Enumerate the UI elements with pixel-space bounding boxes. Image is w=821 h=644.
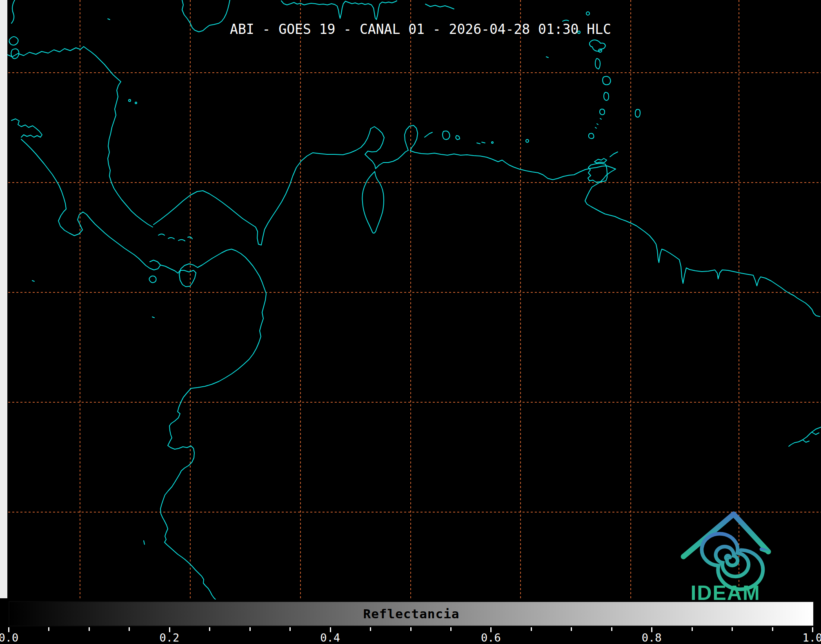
coastline-aruba bbox=[425, 132, 432, 137]
colorbar-tick-label: 0.4 bbox=[320, 631, 340, 644]
coastline-gorgona-island bbox=[152, 317, 154, 318]
coastline-barbados bbox=[635, 109, 640, 117]
coastline-guadeloupe bbox=[590, 40, 605, 52]
coastline-panama-caribbean-coast bbox=[154, 129, 371, 245]
coastline-paria-orinoco-delta bbox=[585, 169, 641, 229]
coastline-margarita-island bbox=[594, 158, 607, 163]
coastline-tobago bbox=[610, 152, 618, 157]
colorbar-minor-tick bbox=[692, 627, 693, 631]
coastline-corn-islands bbox=[129, 100, 137, 104]
coastline-dominica bbox=[595, 58, 600, 69]
satellite-image-viewport: ABI - GOES 19 - CANAL 01 - 2026-04-28 01… bbox=[0, 0, 821, 644]
colorbar-minor-tick bbox=[249, 627, 251, 631]
coastline-honduras-nicaragua-coast bbox=[0, 47, 153, 227]
map-area: ABI - GOES 19 - CANAL 01 - 2026-04-28 01… bbox=[0, 0, 821, 599]
colorbar-minor-tick bbox=[209, 627, 210, 631]
colorbar-minor-tick bbox=[48, 627, 49, 631]
colorbar-minor-tick bbox=[772, 627, 773, 631]
colorbar-minor-tick bbox=[129, 627, 130, 631]
coastline-curacao bbox=[443, 131, 450, 140]
coastline-malpelo-island bbox=[32, 281, 34, 281]
coastline-jamaica bbox=[182, 0, 230, 32]
coastline-st-vincent-grenadines bbox=[595, 109, 605, 128]
colorbar-minor-tick bbox=[531, 627, 532, 631]
coastline-belize-fragment bbox=[11, 0, 15, 23]
colorbar-minor-tick bbox=[732, 627, 733, 631]
coastline-venezuela-coast bbox=[410, 151, 616, 180]
coastline-martinique bbox=[603, 76, 611, 85]
ideam-logo: IDEAM bbox=[678, 508, 772, 602]
reflectance-colorbar: Reflectancia bbox=[9, 601, 814, 626]
coastline-la-plata-islet bbox=[144, 541, 145, 544]
coastline-swan-island bbox=[108, 19, 110, 20]
ideam-logo-text: IDEAM bbox=[690, 582, 760, 602]
colorbar-minor-tick bbox=[89, 627, 90, 631]
colorbar-minor-tick bbox=[289, 627, 291, 631]
coastline-guyana-coast bbox=[641, 229, 820, 316]
ideam-spiral-icon bbox=[702, 534, 763, 589]
scan-edge-stripe bbox=[0, 0, 7, 598]
coastline-gulf-of-venezuela bbox=[365, 150, 408, 169]
coastline-puerto-rico-fragment bbox=[425, 4, 454, 9]
coastline-colombia-ecuador-pacific-coast bbox=[160, 288, 266, 599]
coastline-st-lucia bbox=[604, 92, 609, 100]
coastline-guajira-peninsula bbox=[365, 127, 384, 154]
colorbar-minor-tick bbox=[611, 627, 612, 631]
colorbar-tick-label: 0.0 bbox=[0, 631, 18, 644]
colorbar-minor-tick bbox=[571, 627, 572, 631]
coastline-bonaire bbox=[456, 136, 460, 140]
colorbar-tick-label: 1.0 bbox=[803, 631, 821, 644]
coastline-amazon-coast-fragment bbox=[789, 427, 821, 446]
colorbar-tick-label: 0.2 bbox=[159, 631, 179, 644]
coastline-paraguana-peninsula bbox=[405, 125, 418, 151]
coastline-bocas-islets bbox=[158, 234, 192, 241]
colorbar-tick-label: 0.8 bbox=[642, 631, 662, 644]
colorbar-minor-tick bbox=[450, 627, 452, 631]
coastline-gulf-of-fonseca bbox=[11, 119, 42, 137]
coastline-coiba-island bbox=[149, 276, 156, 283]
coastline-hispaniola-south-coast bbox=[281, 1, 397, 20]
colorbar-minor-tick bbox=[370, 627, 371, 631]
colorbar-tick-label: 0.6 bbox=[481, 631, 501, 644]
coastline-lake-maracaibo bbox=[362, 172, 384, 233]
map-title: ABI - GOES 19 - CANAL 01 - 2026-04-28 01… bbox=[230, 21, 611, 37]
coastline-grenada bbox=[589, 134, 594, 139]
coastline-pacific-coast-central-america bbox=[21, 139, 264, 288]
colorbar-minor-tick bbox=[410, 627, 412, 631]
colorbar-label: Reflectancia bbox=[9, 602, 813, 626]
